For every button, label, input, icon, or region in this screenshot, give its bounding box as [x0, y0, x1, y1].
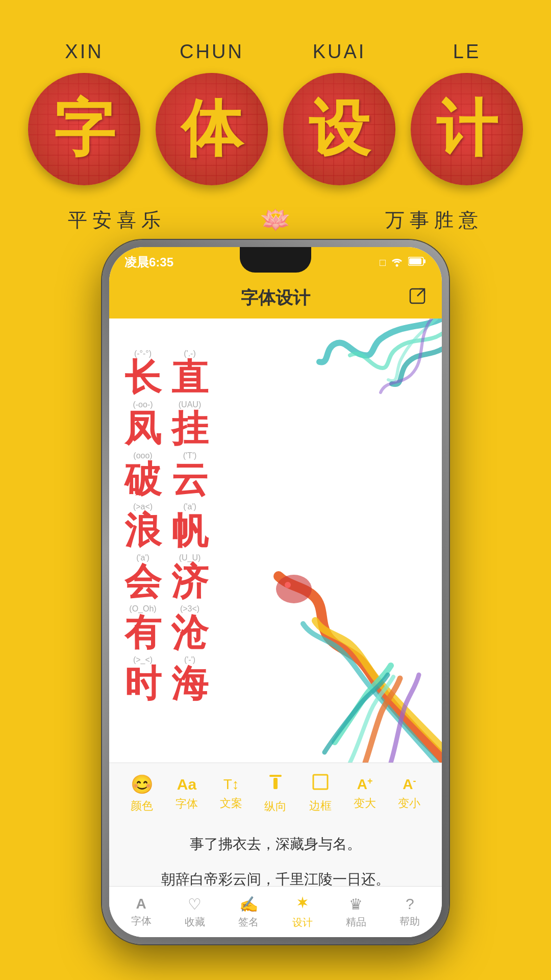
toolbar-font[interactable]: Aa 字体: [176, 776, 198, 812]
char-gua: 挂: [171, 410, 208, 447]
signal-icon: □: [380, 257, 386, 268]
bigger-icon: A+: [357, 776, 373, 793]
bottom-nav: A 字体 ♡ 收藏 ✍ 签名 设计: [109, 886, 442, 937]
nav-font-label: 字体: [131, 914, 152, 928]
char-ji: 济: [171, 564, 208, 600]
toolbar-bigger[interactable]: A+ 变大: [354, 776, 376, 811]
nav-signature-icon: ✍: [239, 895, 258, 913]
nav-help-icon: ?: [406, 895, 414, 913]
circle-ji: 计: [411, 73, 523, 185]
toolbar-smaller[interactable]: A- 变小: [398, 776, 420, 811]
char-shi: 时: [124, 666, 161, 702]
char-chang: 长: [124, 359, 161, 396]
vertical-label: 纵向: [264, 799, 287, 814]
color-icon: 😊: [131, 774, 154, 795]
nav-design-label: 设计: [292, 916, 313, 929]
phone-notch: [240, 247, 311, 273]
blessing-row: 平安喜乐 🪷 万事胜意: [20, 206, 531, 234]
svg-rect-3: [409, 258, 421, 264]
pinyin-xin: XIN: [28, 41, 140, 63]
content-image: (-°-°) 长 ('.-) 直 (-oo-): [109, 318, 442, 763]
wifi-icon: [390, 256, 404, 270]
char-ti: 体: [181, 88, 242, 171]
char-lang: 浪: [124, 512, 161, 549]
nav-premium[interactable]: ♛ 精品: [346, 895, 366, 929]
nav-design-icon: [295, 895, 310, 914]
app-title: 字体设计: [241, 286, 310, 310]
phone-mockup: 凌晨6:35 □: [102, 240, 449, 944]
font-icon: Aa: [177, 776, 196, 793]
svg-rect-8: [273, 778, 278, 789]
char-feng: 凤: [124, 410, 161, 447]
nav-font[interactable]: A 字体: [131, 896, 152, 928]
blessing-right: 万事胜意: [385, 207, 483, 233]
svg-rect-7: [269, 775, 282, 777]
main-content: (-°-°) 长 ('.-) 直 (-oo-): [109, 318, 442, 763]
nav-design[interactable]: 设计: [292, 895, 313, 929]
blessing-left: 平安喜乐: [68, 207, 166, 233]
char-you: 有: [124, 615, 161, 651]
color-label: 颜色: [131, 798, 153, 814]
svg-rect-2: [423, 259, 425, 263]
status-icons: □: [380, 256, 427, 270]
circle-ti: 体: [156, 73, 268, 185]
toolbar-text[interactable]: T↕ 文案: [220, 776, 242, 811]
toolbar-color[interactable]: 😊 颜色: [131, 774, 154, 814]
char-ji: 计: [436, 88, 497, 171]
nav-favorites-icon: ♡: [188, 895, 202, 913]
text-item-2: 朝辞白帝彩云间，千里江陵一日还。: [124, 869, 427, 886]
share-icon[interactable]: [408, 287, 427, 310]
toolbar: 😊 颜色 Aa 字体 T↕ 文案: [109, 763, 442, 824]
svg-point-5: [276, 575, 312, 603]
text-item-1: 事了拂衣去，深藏身与名。: [124, 834, 427, 854]
phone-outer: 凌晨6:35 □: [102, 240, 449, 944]
nav-favorites[interactable]: ♡ 收藏: [185, 895, 205, 929]
nav-favorites-label: 收藏: [185, 915, 205, 929]
svg-point-0: [396, 264, 398, 266]
char-hui: 会: [124, 564, 161, 600]
poem-line-3: (ooo) 破 ('T') 云: [124, 451, 442, 498]
nav-signature-label: 签名: [238, 915, 259, 929]
nav-help-label: 帮助: [399, 915, 420, 928]
svg-point-6: [285, 582, 291, 588]
svg-rect-9: [313, 775, 328, 789]
top-section: XIN CHUN KUAI LE 字 体 设 计 平安喜乐 🪷 万事胜意: [0, 0, 551, 255]
lotus-icon: 🪷: [260, 206, 291, 234]
toolbar-border[interactable]: 边框: [309, 773, 332, 814]
char-fan: 帆: [171, 512, 208, 549]
char-zi: 字: [54, 88, 115, 171]
text-list: 事了拂衣去，深藏身与名。 朝辞白帝彩云间，千里江陵一日还。 凤凰台上凤凰游，凤去…: [109, 824, 442, 886]
pinyin-le: LE: [411, 41, 523, 63]
app-header: 字体设计: [109, 278, 442, 318]
vertical-icon: [266, 773, 285, 796]
nav-premium-label: 精品: [346, 915, 366, 929]
char-po: 破: [124, 461, 161, 498]
border-label: 边框: [309, 798, 332, 814]
font-label: 字体: [176, 796, 198, 812]
bottom-art: [233, 548, 442, 763]
text-icon: T↕: [223, 776, 239, 793]
circle-she: 设: [283, 73, 395, 185]
top-art: [279, 318, 442, 451]
toolbar-vertical[interactable]: 纵向: [264, 773, 287, 814]
circles-row: 字 体 设 计: [20, 73, 531, 185]
nav-premium-icon: ♛: [349, 895, 363, 913]
pinyin-chun: CHUN: [156, 41, 268, 63]
battery-icon: [408, 256, 427, 269]
nav-help[interactable]: ? 帮助: [399, 895, 420, 928]
char-cang: 沧: [171, 615, 208, 651]
smaller-icon: A-: [403, 776, 416, 793]
status-time: 凌晨6:35: [124, 254, 173, 271]
char-zhi: 直: [171, 359, 208, 396]
nav-signature[interactable]: ✍ 签名: [238, 895, 259, 929]
border-icon: [312, 773, 329, 795]
char-she: 设: [309, 88, 370, 171]
poem-line-4: (>a<) 浪 ('a') 帆: [124, 502, 442, 549]
char-hai: 海: [171, 666, 208, 702]
smaller-label: 变小: [398, 796, 420, 811]
text-label: 文案: [220, 796, 242, 811]
nav-font-icon: A: [136, 896, 146, 912]
pinyin-kuai: KUAI: [283, 41, 395, 63]
bigger-label: 变大: [354, 796, 376, 811]
circle-zi: 字: [28, 73, 140, 185]
